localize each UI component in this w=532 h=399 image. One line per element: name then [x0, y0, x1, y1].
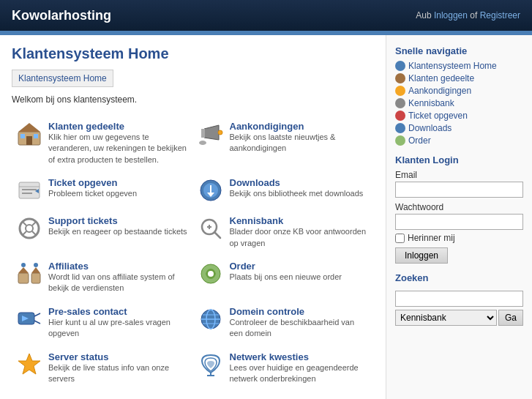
downloads-icon: [198, 177, 224, 204]
remember-checkbox[interactable]: [395, 234, 405, 243]
klanten-nav-icon: [395, 73, 405, 83]
affiliates-title[interactable]: Affiliates: [48, 261, 89, 272]
svg-rect-3: [20, 134, 25, 138]
kennisbank-title[interactable]: Kennisbank: [230, 215, 284, 226]
netwerk-desc: Lees over huidige en geagendeerde netwer…: [230, 362, 370, 385]
sidebar-nav: Klantensysteem Home Klanten gedeelte Aan…: [395, 61, 523, 146]
kennisbank-icon: [198, 215, 224, 242]
netwerk-title[interactable]: Netwerk kwesties: [230, 351, 309, 362]
server-title[interactable]: Server status: [48, 351, 108, 362]
ticket-nav-icon: [395, 111, 405, 121]
downloads-content: Downloads Bekijk ons bibliotheek met dow…: [230, 177, 364, 199]
downloads-desc: Bekijk ons bibliotheek met downloads: [230, 188, 364, 199]
support-icon: [16, 215, 42, 242]
sidebar-link-kennisbank[interactable]: Kennisbank: [408, 98, 454, 108]
presales-icon: [16, 306, 42, 332]
order-nav-icon: [395, 135, 405, 146]
order-desc: Plaats bij ons een nieuwe order: [230, 272, 342, 283]
breadcrumb-link[interactable]: Klantensysteem Home: [18, 73, 107, 83]
aankondigingen-icon: [198, 121, 224, 147]
sidebar-link-home[interactable]: Klantensysteem Home: [408, 61, 497, 71]
svg-rect-12: [22, 193, 32, 194]
grid-item-order: Order Plaats bij ons een nieuwe order: [193, 255, 375, 300]
svg-point-33: [34, 263, 38, 267]
grid-item-netwerk: Netwerk kwesties Lees over huidige en ge…: [193, 346, 375, 391]
svg-marker-29: [18, 267, 29, 273]
svg-line-22: [23, 231, 26, 235]
svg-line-25: [214, 232, 220, 238]
login-link[interactable]: Inloggen: [434, 10, 468, 20]
sidebar-link-aankondigingen[interactable]: Aankondigingen: [408, 86, 471, 96]
sidebar-item-order-nav: Order: [395, 135, 523, 146]
svg-line-37: [34, 313, 40, 316]
netwerk-content: Netwerk kwesties Lees over huidige en ge…: [230, 351, 370, 385]
search-go-button[interactable]: Ga: [498, 310, 523, 326]
main-content: Klantensysteem Home Klantensysteem Home …: [0, 35, 386, 399]
presales-content: Pre-sales contact Hier kunt u al uw pre-…: [48, 306, 189, 340]
register-link[interactable]: Registreer: [480, 10, 520, 20]
header-nav: Aub Inloggen of Registreer: [416, 10, 520, 20]
aankondigingen-title[interactable]: Aankondigingen: [230, 121, 304, 132]
email-input[interactable]: [395, 182, 523, 198]
grid-item-klanten: Klanten gedeelte Klik hier om uw gegeven…: [12, 115, 193, 171]
grid-item-kennisbank: Kennisbank Blader door onze KB voor antw…: [193, 209, 375, 255]
ticket-content: Ticket opgeven Probleem ticket opgeven: [48, 177, 137, 199]
sidebar-item-home: Klantensysteem Home: [395, 61, 523, 71]
layout: Klantensysteem Home Klantensysteem Home …: [0, 35, 532, 399]
search-title: Zoeken: [395, 272, 523, 283]
ticket-icon: [16, 177, 42, 204]
svg-marker-1: [18, 123, 40, 132]
login-title: Klanten Login: [395, 154, 523, 165]
aankondigingen-content: Aankondigingen Bekijk ons laatste nieuwt…: [230, 121, 370, 154]
svg-rect-2: [26, 136, 32, 145]
netwerk-icon: [198, 351, 224, 378]
svg-point-19: [26, 225, 33, 232]
search-input[interactable]: [395, 291, 523, 307]
aankondigingen-nav-icon: [395, 86, 405, 96]
downloads-title[interactable]: Downloads: [230, 177, 280, 188]
kennisbank-content: Kennisbank Blader door onze KB voor antw…: [230, 215, 370, 249]
breadcrumb[interactable]: Klantensysteem Home: [12, 70, 113, 87]
svg-rect-28: [18, 273, 29, 283]
email-label: Email: [395, 170, 523, 180]
site-title: Kowolarhosting: [12, 8, 111, 23]
klanten-content: Klanten gedeelte Klik hier om uw gegeven…: [48, 121, 189, 165]
support-desc: Bekijk en reageer op bestaande tickets: [48, 226, 187, 237]
sidebar-link-downloads[interactable]: Downloads: [408, 123, 452, 133]
grid-item-affiliates: Affiliates Wordt lid van ons affiliate s…: [12, 255, 193, 300]
order-title[interactable]: Order: [230, 261, 255, 272]
support-title[interactable]: Support tickets: [48, 215, 118, 226]
domein-desc: Controleer de beschikbaarheid van een do…: [230, 317, 370, 340]
quick-nav-title: Snelle navigatie: [395, 45, 523, 56]
sidebar-link-ticket[interactable]: Ticket opgeven: [408, 111, 468, 121]
domein-title[interactable]: Domein controle: [230, 306, 305, 317]
kennisbank-desc: Blader door onze KB voor antwoorden op v…: [230, 226, 370, 249]
page-title: Klantensysteem Home: [12, 45, 374, 62]
presales-title[interactable]: Pre-sales contact: [48, 306, 127, 317]
svg-point-8: [218, 130, 222, 135]
affiliates-content: Affiliates Wordt lid van ons affiliate s…: [48, 261, 189, 294]
sidebar-item-klanten: Klanten gedeelte: [395, 73, 523, 83]
order-icon: [198, 261, 224, 287]
svg-point-32: [21, 263, 26, 267]
sidebar-link-klanten[interactable]: Klanten gedeelte: [408, 73, 474, 83]
presales-desc: Hier kunt u al uw pre-sales vragen opgev…: [48, 317, 189, 340]
sidebar-link-order[interactable]: Order: [408, 135, 431, 146]
sidebar-item-aankondigingen: Aankondigingen: [395, 86, 523, 96]
ticket-title[interactable]: Ticket opgeven: [48, 177, 117, 188]
grid-item-support: Support tickets Bekijk en reageer op bes…: [12, 209, 193, 255]
sidebar: Snelle navigatie Klantensysteem Home Kla…: [386, 35, 532, 399]
klanten-title[interactable]: Klanten gedeelte: [48, 121, 124, 132]
password-input[interactable]: [395, 214, 523, 230]
search-category-select[interactable]: Kennisbank: [395, 310, 497, 326]
remember-label: Herinner mij: [408, 233, 455, 243]
support-content: Support tickets Bekijk en reageer op bes…: [48, 215, 187, 237]
klanten-icon: [16, 121, 42, 147]
login-form: Email Wachtwoord Herinner mij Inloggen: [395, 170, 523, 264]
search-form: Kennisbank Ga: [395, 288, 523, 326]
sidebar-item-kennisbank: Kennisbank: [395, 98, 523, 108]
grid-item-domein: Domein controle Controleer de beschikbaa…: [193, 300, 375, 346]
server-content: Server status Bekijk de live status info…: [48, 351, 189, 385]
login-button[interactable]: Inloggen: [395, 247, 448, 264]
header-or-text: of: [470, 10, 479, 20]
